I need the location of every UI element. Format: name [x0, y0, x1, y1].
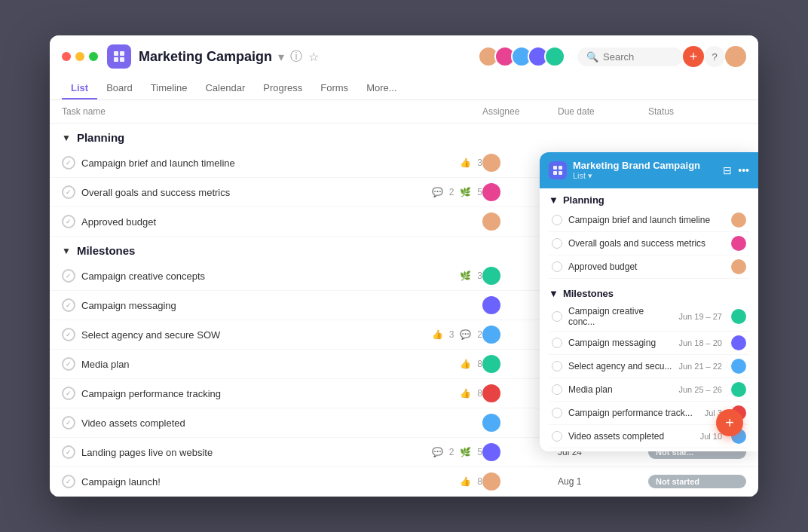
- task-check[interactable]: ✓: [62, 298, 75, 312]
- fp-milestones-label: Milestones: [563, 288, 614, 299]
- fp-task-row: Campaign creative conc... Jun 19 – 27: [549, 302, 749, 332]
- subtask-icon: 🌿: [460, 447, 471, 457]
- close-button[interactable]: [62, 52, 71, 61]
- fp-check[interactable]: [552, 311, 562, 322]
- window-controls: [62, 52, 98, 61]
- fp-date: Jul 10: [700, 432, 722, 441]
- fp-check[interactable]: [552, 361, 562, 371]
- section-milestones-label: Milestones: [77, 244, 136, 257]
- main-window: Marketing Campaign ▾ ⓘ ☆ 🔍 + ?: [50, 35, 758, 497]
- floating-panel: Marketing Brand Campaign List ▾ ⊟ ••• ▼ …: [540, 152, 758, 451]
- fp-collapse-planning[interactable]: ▼: [549, 194, 559, 206]
- search-input[interactable]: [603, 51, 674, 63]
- like-count: 3: [477, 157, 482, 168]
- fp-check[interactable]: [552, 261, 562, 272]
- section-planning: ▼ Planning: [50, 124, 758, 148]
- search-bar[interactable]: 🔍: [577, 47, 683, 66]
- section-planning-label: Planning: [77, 131, 124, 144]
- subtask-icon: 🌿: [460, 187, 471, 197]
- assignee-avatar: [482, 355, 500, 373]
- task-check[interactable]: ✓: [62, 357, 75, 371]
- assignee-avatar: [482, 472, 500, 491]
- app-icon: [107, 44, 131, 69]
- fp-list-label[interactable]: List ▾: [573, 171, 717, 181]
- subtask-count: 5: [477, 187, 482, 197]
- task-check[interactable]: ✓: [62, 215, 75, 228]
- title-actions: ▾ ⓘ ☆: [278, 49, 319, 65]
- svg-rect-3: [120, 57, 124, 62]
- fp-planning-label: Planning: [563, 194, 604, 206]
- task-check[interactable]: ✓: [62, 387, 75, 400]
- list-label-text: List ▾: [573, 171, 592, 181]
- comment-icon: 💬: [432, 187, 443, 197]
- svg-rect-1: [120, 51, 124, 56]
- task-label: Campaign brief and launch timeline: [81, 157, 454, 169]
- fp-date: Jun 25 – 26: [679, 385, 723, 394]
- svg-rect-2: [114, 57, 118, 62]
- add-button[interactable]: +: [683, 46, 704, 67]
- task-check[interactable]: ✓: [62, 416, 75, 430]
- fp-check[interactable]: [552, 215, 562, 225]
- task-label: Overall goals and success metrics: [81, 187, 426, 198]
- tab-calendar[interactable]: Calendar: [196, 78, 254, 99]
- fp-add-button[interactable]: +: [716, 409, 743, 436]
- fp-section-planning: ▼ Planning Campaign brief and launch tim…: [540, 188, 758, 282]
- fp-task-row: Campaign brief and launch timeline: [549, 209, 749, 232]
- help-button[interactable]: ?: [704, 46, 725, 67]
- task-label: Campaign messaging: [81, 300, 482, 311]
- fp-filter-icon[interactable]: ⊟: [723, 164, 732, 176]
- tab-more[interactable]: More...: [357, 78, 406, 99]
- info-icon[interactable]: ⓘ: [290, 49, 302, 65]
- fp-task-label: Campaign brief and launch timeline: [568, 215, 725, 225]
- thumbs-up-icon: 👍: [460, 157, 471, 168]
- dropdown-icon[interactable]: ▾: [278, 50, 284, 64]
- fp-task-label: Campaign performance track...: [568, 408, 699, 418]
- fp-check[interactable]: [552, 431, 562, 442]
- task-label: Approved budget: [81, 216, 482, 228]
- fp-task-row: Select agency and secu... Jun 21 – 22: [549, 355, 749, 378]
- due-date: Aug 1: [558, 476, 648, 487]
- fp-task-label: Media plan: [568, 384, 673, 395]
- star-icon[interactable]: ☆: [308, 50, 319, 64]
- table-row: ✓ Campaign launch! 👍8 Aug 1 Not started: [50, 467, 758, 497]
- user-avatar[interactable]: [725, 46, 746, 67]
- assignee-avatar: [482, 267, 500, 285]
- task-check[interactable]: ✓: [62, 445, 75, 459]
- svg-rect-0: [114, 51, 118, 56]
- fp-task-row: Media plan Jun 25 – 26: [549, 378, 749, 402]
- task-meta: 💬2 🌿5: [432, 187, 482, 197]
- tab-list[interactable]: List: [62, 78, 97, 99]
- collapse-milestones[interactable]: ▼: [62, 246, 71, 256]
- assignee-avatar: [482, 443, 500, 461]
- task-label: Media plan: [81, 359, 454, 370]
- search-icon: 🔍: [586, 51, 598, 63]
- task-name-cell: ✓ Overall goals and success metrics 💬2 🌿…: [62, 185, 482, 199]
- tab-forms[interactable]: Forms: [311, 78, 357, 99]
- fp-avatar: [731, 236, 746, 251]
- svg-rect-4: [553, 166, 557, 170]
- task-check[interactable]: ✓: [62, 185, 75, 199]
- task-check[interactable]: ✓: [62, 475, 75, 488]
- collapse-planning[interactable]: ▼: [62, 133, 71, 143]
- tab-board[interactable]: Board: [97, 78, 142, 99]
- maximize-button[interactable]: [89, 52, 98, 61]
- fp-more-icon[interactable]: •••: [738, 164, 749, 176]
- fp-avatar: [731, 309, 746, 324]
- task-meta: 👍3: [460, 157, 482, 168]
- fp-check[interactable]: [552, 238, 562, 249]
- fp-task-row: Approved budget: [549, 255, 749, 279]
- tab-progress[interactable]: Progress: [254, 78, 311, 99]
- fp-check[interactable]: [552, 408, 562, 418]
- task-label: Select agency and secure SOW: [81, 329, 426, 341]
- fp-avatar: [731, 259, 746, 274]
- task-check[interactable]: ✓: [62, 328, 75, 341]
- task-check[interactable]: ✓: [62, 269, 75, 283]
- fp-collapse-milestones[interactable]: ▼: [549, 288, 559, 299]
- task-check[interactable]: ✓: [62, 156, 75, 170]
- fp-section-milestones-header: ▼ Milestones: [549, 288, 749, 299]
- tab-timeline[interactable]: Timeline: [142, 78, 197, 99]
- fp-date: Jun 19 – 27: [679, 312, 723, 321]
- fp-check[interactable]: [552, 338, 562, 348]
- minimize-button[interactable]: [75, 52, 84, 61]
- fp-check[interactable]: [552, 384, 562, 395]
